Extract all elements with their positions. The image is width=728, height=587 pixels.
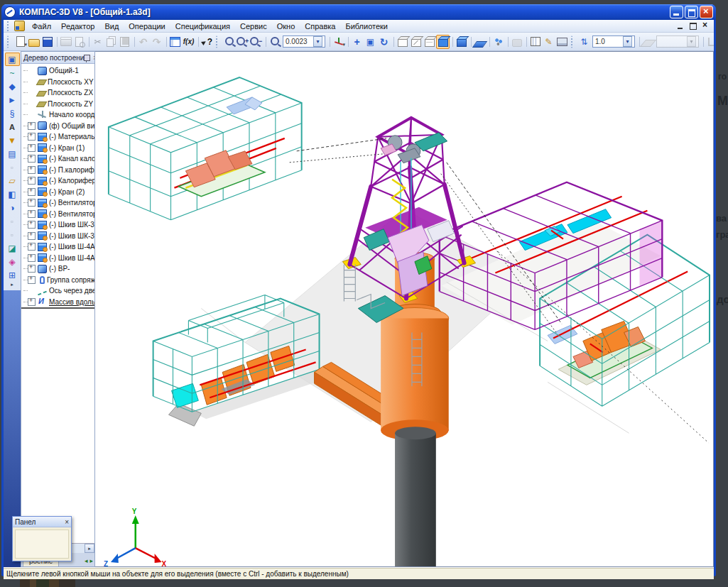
mdi-close-button[interactable]: [700, 21, 710, 31]
menu-libraries[interactable]: Библиотеки: [340, 21, 393, 31]
menu-view[interactable]: Вид: [99, 21, 124, 31]
lp-mates-button[interactable]: §: [5, 106, 20, 120]
context-help-button[interactable]: ?: [200, 35, 214, 49]
expander-icon[interactable]: [28, 221, 36, 229]
tree-item-crane-1[interactable]: (-) Кран (1): [21, 143, 94, 154]
lp-assembly-button[interactable]: ◈: [5, 255, 20, 268]
expander-icon[interactable]: [28, 177, 36, 185]
panel-expander-icon[interactable]: ▸: [11, 282, 13, 287]
lp-arrow-button[interactable]: ►: [5, 93, 20, 106]
expander-icon[interactable]: [28, 276, 36, 284]
step-button[interactable]: ⇅: [577, 35, 591, 49]
tree-item-crane-2[interactable]: (-) Кран (2): [21, 187, 94, 198]
menu-help[interactable]: Справка: [300, 21, 340, 31]
building-topleft-3d[interactable]: [109, 77, 302, 220]
lp-report-button[interactable]: ▤: [5, 147, 20, 160]
undo-button[interactable]: ↶: [136, 35, 150, 49]
lp-disabled-1-button[interactable]: ▫: [5, 160, 20, 174]
expander-icon[interactable]: [28, 232, 36, 240]
wireframe-button[interactable]: [396, 35, 409, 49]
mdi-minimize-button[interactable]: [676, 21, 686, 31]
close-button[interactable]: [700, 6, 713, 18]
lp-spline-button[interactable]: ~: [5, 66, 20, 79]
floating-panel[interactable]: Панел ×: [12, 516, 72, 561]
tree-item-general-view[interactable]: (ф) Общий вид: [21, 121, 94, 132]
sketch-plane-button[interactable]: [705, 35, 714, 49]
menu-operations[interactable]: Операции: [124, 21, 170, 31]
halftone-section-button[interactable]: [473, 35, 487, 49]
expander-icon[interactable]: [28, 298, 36, 306]
expander-icon[interactable]: [28, 133, 36, 141]
shaft-pipe-3d[interactable]: [395, 427, 436, 566]
cut-button[interactable]: ✂: [91, 35, 104, 49]
tree-item-array[interactable]: Массив вдоль: [21, 297, 94, 309]
step-combo[interactable]: 1.0: [592, 35, 635, 48]
tree-item-origin[interactable]: Начало координат: [21, 109, 94, 121]
sheave-wheels-3d[interactable]: [381, 133, 447, 163]
sketch-button[interactable]: ✎: [542, 35, 555, 49]
menu-specification[interactable]: Спецификация: [170, 21, 235, 31]
lp-disabled-3-button[interactable]: ▫: [5, 228, 20, 241]
tree-item-fan-2[interactable]: (-) Вентилятор: [21, 209, 94, 220]
mdi-restore-button[interactable]: [688, 21, 698, 31]
tree-item-plane-zy[interactable]: Плоскость ZY: [21, 99, 94, 110]
shaded-display-button[interactable]: [436, 35, 450, 49]
tree-item-axis[interactable]: Ось через две: [21, 285, 94, 297]
pan-button[interactable]: +: [350, 35, 364, 49]
expander-icon[interactable]: [28, 199, 36, 207]
lp-folder-button[interactable]: ▱: [5, 174, 20, 187]
panel-display-button[interactable]: [555, 35, 569, 49]
redo-button[interactable]: ↷: [150, 35, 163, 49]
title-bar[interactable]: КОМПАС-3D V8 - [Общий-1.a3d]: [1, 4, 716, 20]
lp-surface-button[interactable]: ◆: [5, 79, 20, 93]
expander-icon[interactable]: [28, 166, 36, 174]
save-button[interactable]: [40, 35, 54, 49]
scroll-right-icon[interactable]: ▸: [85, 544, 94, 553]
lp-edit-part-button[interactable]: ▣: [5, 53, 20, 66]
expander-icon[interactable]: [28, 243, 36, 251]
tab-next-icon[interactable]: ▸: [89, 557, 93, 564]
expander-icon[interactable]: [28, 155, 36, 163]
lp-revolve-button[interactable]: ◑: [5, 201, 20, 214]
3d-scene[interactable]: Y X Z: [95, 52, 713, 566]
ghost-display-button[interactable]: [510, 35, 523, 49]
menu-window[interactable]: Окно: [272, 21, 300, 31]
layers-button[interactable]: [641, 35, 655, 49]
zoom-out-button[interactable]: −: [249, 35, 263, 49]
lp-extrude-button[interactable]: ◧: [5, 187, 20, 201]
wireframe-hidden-button[interactable]: [409, 35, 423, 49]
rotate-button[interactable]: ↻: [377, 35, 391, 49]
tree-item-mates-group[interactable]: Группа сопряж: [21, 275, 94, 286]
simplified-display-button[interactable]: [491, 35, 505, 49]
print-button[interactable]: [59, 35, 72, 49]
restore-button[interactable]: [685, 6, 698, 18]
copy-button[interactable]: [104, 35, 118, 49]
shaded-edges-button[interactable]: [455, 35, 468, 49]
tree-item-heater[interactable]: (-) Калориферн: [21, 175, 94, 187]
menu-edit[interactable]: Редактор: [56, 21, 99, 31]
pin-icon[interactable]: [84, 55, 90, 61]
tree-close-icon[interactable]: ×: [93, 54, 94, 62]
menu-service[interactable]: Сервис: [235, 21, 272, 31]
specification-button[interactable]: [168, 35, 182, 49]
tree-item-sheave-shk3-1[interactable]: (-) Шкив ШК-3: [21, 219, 94, 231]
zoom-button[interactable]: [222, 35, 236, 49]
expander-icon[interactable]: [28, 265, 36, 273]
zoom-area-button[interactable]: [268, 35, 281, 49]
zoom-scale-combo[interactable]: 0.0023: [283, 35, 325, 48]
print-preview-button[interactable]: [72, 35, 86, 49]
lp-window-button[interactable]: ⊞: [5, 268, 20, 282]
tree-item-sheave-sh4a-2[interactable]: (-) Шкив Ш-4А: [21, 253, 94, 264]
orientation-button[interactable]: [332, 35, 345, 49]
floating-panel-close-icon[interactable]: ×: [65, 518, 69, 526]
floating-panel-titlebar[interactable]: Панел ×: [13, 517, 71, 527]
model-viewport[interactable]: Y X Z: [95, 51, 714, 567]
lp-filter-button[interactable]: ▼: [5, 133, 20, 147]
tree-item-heater-p[interactable]: (-) П.калорифе: [21, 165, 94, 176]
tree-item-root[interactable]: Общий-1: [21, 65, 94, 77]
tree-item-channel[interactable]: (-) Канал калор: [21, 153, 94, 165]
lp-section-button[interactable]: ◪: [5, 241, 20, 255]
expander-icon[interactable]: [28, 254, 36, 262]
tree-item-sheave-shk3-2[interactable]: (-) Шкив ШК-3: [21, 231, 94, 242]
open-button[interactable]: [27, 35, 40, 49]
